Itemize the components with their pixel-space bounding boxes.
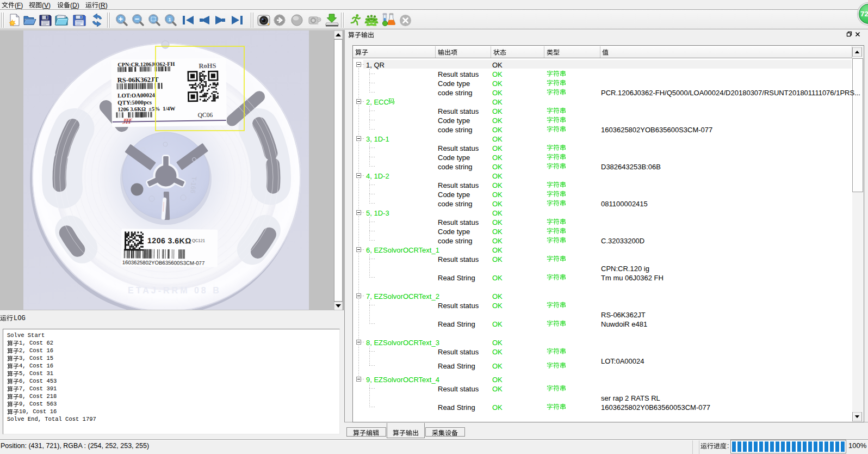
svg-text:RoHS: RoHS <box>199 62 216 70</box>
svg-text:QTY:5000pcs: QTY:5000pcs <box>117 99 152 106</box>
svg-text:1206 3.6KΩ: 1206 3.6KΩ <box>147 236 191 246</box>
svg-text:ETAJ-RRM 08 B: ETAJ-RRM 08 B <box>128 286 221 295</box>
svg-text:1206 3.6KΩ ±5% 1/4W: 1206 3.6KΩ ±5% 1/4W <box>117 106 176 112</box>
svg-text:1: 1 <box>168 17 171 22</box>
svg-text:QC121: QC121 <box>192 238 205 243</box>
svg-text:RS-06K362JT: RS-06K362JT <box>117 76 159 84</box>
svg-text:T-166: T-166 <box>189 176 198 194</box>
svg-text:1603625802YOB635600S3CM-077: 1603625802YOB635600S3CM-077 <box>122 259 205 266</box>
svg-text:QC06: QC06 <box>198 112 213 118</box>
svg-text:LOT:OA00024: LOT:OA00024 <box>117 91 156 99</box>
